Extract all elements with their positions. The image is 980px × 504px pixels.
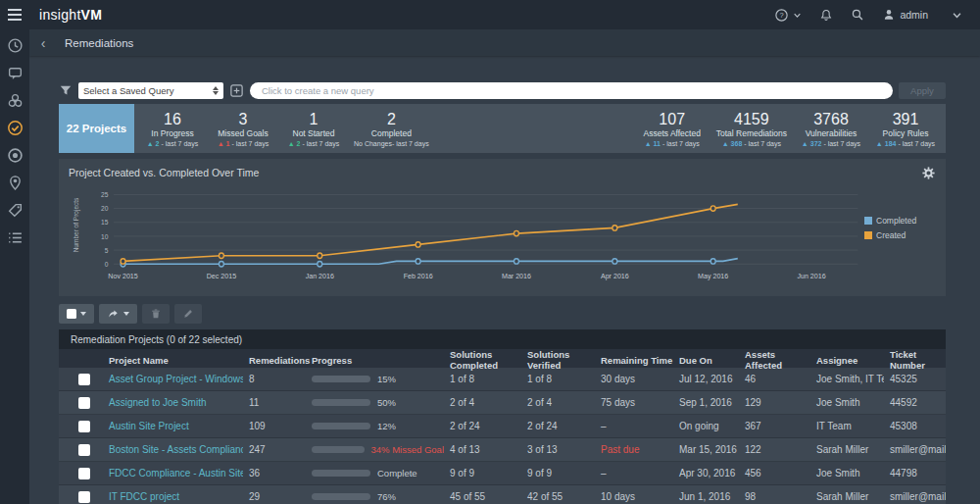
delete-button[interactable]: [142, 304, 170, 324]
share-dropdown-button[interactable]: [99, 304, 137, 324]
stat-sub: ▲ 1 - last 7 days: [218, 140, 269, 147]
target-icon[interactable]: [7, 147, 24, 164]
cell-assets-affected: 98: [739, 491, 810, 502]
chat-icon[interactable]: [7, 65, 24, 81]
cell-solutions-completed: 45 of 55: [444, 491, 521, 502]
stat-item[interactable]: 16 In Progress ▲ 2 - last 7 days: [142, 104, 203, 153]
project-name-link[interactable]: FDCC Compliance - Austin Site: [103, 468, 243, 479]
project-name-link[interactable]: Austin Site Project: [103, 421, 243, 431]
row-checkbox[interactable]: [78, 468, 90, 479]
page-title: Remediations: [65, 37, 133, 49]
clock-icon[interactable]: [7, 37, 24, 54]
legend-label: Created: [876, 230, 906, 240]
list-icon[interactable]: [7, 229, 24, 246]
select-all-dropdown-button[interactable]: [59, 304, 94, 324]
column-header[interactable]: Solutions Verified: [521, 349, 595, 371]
pin-icon[interactable]: [7, 175, 24, 191]
project-name-link[interactable]: Asset Group Project - Windows 8: [103, 374, 243, 384]
stat-item[interactable]: 107 Assets Affected ▲ 11 - last 7 days: [642, 104, 703, 153]
select-updown-icon: [213, 86, 219, 95]
pencil-icon: [182, 308, 194, 320]
stat-label: In Progress: [151, 128, 193, 138]
help-menu[interactable]: ?: [774, 8, 802, 23]
stat-label: Assets Affected: [643, 128, 700, 138]
cell-due-on: Sep 1, 2016: [673, 397, 739, 408]
cell-solutions-verified: 2 of 24: [521, 421, 595, 431]
svg-text:Apr 2016: Apr 2016: [601, 272, 629, 280]
stat-item[interactable]: 2 Completed No Changes- last 7 days: [354, 104, 429, 153]
cell-due-on: On going: [673, 421, 739, 431]
project-name-link[interactable]: Boston Site - Assets Compliance: [103, 444, 243, 455]
svg-text:20: 20: [101, 205, 108, 212]
stat-value: 391: [893, 111, 919, 127]
cell-assignee: Joe Smith, IT Team: [810, 374, 884, 384]
stat-item[interactable]: 4159 Total Remediations ▲ 368 - last 7 d…: [716, 104, 787, 153]
column-header[interactable]: Assignee: [810, 355, 884, 366]
legend-item-completed[interactable]: Completed: [864, 216, 933, 226]
chevron-down-icon: [80, 312, 86, 316]
projects-count-box[interactable]: 22 Projects: [59, 104, 134, 153]
user-menu[interactable]: admin: [882, 8, 928, 22]
svg-text:5: 5: [105, 246, 109, 253]
stat-delta: ▲ 372: [802, 140, 822, 147]
row-checkbox[interactable]: [78, 491, 90, 503]
saved-query-select[interactable]: Select a Saved Query: [78, 82, 223, 99]
row-checkbox[interactable]: [78, 397, 90, 409]
query-input[interactable]: [250, 82, 893, 99]
row-checkbox[interactable]: [78, 374, 90, 385]
add-query-button[interactable]: [229, 83, 244, 98]
cell-progress: Complete: [306, 468, 444, 479]
back-chevron-icon[interactable]: ‹: [29, 35, 57, 51]
column-header[interactable]: Solutions Completed: [444, 349, 521, 371]
column-header[interactable]: Project Name: [103, 355, 243, 366]
column-header[interactable]: Ticket Number: [884, 349, 946, 371]
stat-rest: - last 7 days: [744, 140, 781, 147]
cell-progress: 76%: [306, 491, 444, 502]
stat-label: Policy Rules: [883, 128, 929, 138]
table-row: Asset Group Project - Windows 8 8 15% 1 …: [59, 368, 946, 391]
row-checkbox[interactable]: [78, 444, 90, 456]
stat-item[interactable]: 3768 Vulnerabilities ▲ 372 - last 7 days: [801, 104, 861, 153]
username: admin: [900, 9, 928, 21]
stat-sub: ▲ 372 - last 7 days: [802, 140, 860, 147]
column-header[interactable]: Due On: [673, 355, 739, 366]
stat-delta: ▲ 368: [722, 140, 743, 147]
chart-settings-gear-icon[interactable]: [921, 166, 936, 180]
y-axis-label: Number of Projects: [69, 184, 80, 263]
column-header[interactable]: Progress: [306, 355, 444, 366]
edit-button[interactable]: [174, 304, 202, 324]
cell-progress: 12%: [306, 421, 444, 431]
remediations-check-icon[interactable]: [7, 120, 24, 136]
column-header[interactable]: Assets Affected: [739, 349, 810, 371]
progress-bar: [312, 423, 370, 429]
cell-assignee: Sarah Miller: [810, 444, 884, 455]
apply-button[interactable]: Apply: [899, 82, 946, 99]
row-checkbox[interactable]: [78, 421, 90, 432]
progress-bar: [312, 399, 370, 406]
search-icon[interactable]: [851, 8, 864, 22]
column-header[interactable]: Remediations: [243, 355, 306, 366]
project-name-link[interactable]: Assigned to Joe Smith: [103, 397, 243, 408]
menu-icon[interactable]: [0, 0, 29, 29]
cell-ticket-number: 44592: [884, 397, 946, 408]
chevron-down-icon: [123, 312, 129, 316]
stat-item[interactable]: 3 Missed Goals ▲ 1 - last 7 days: [213, 104, 273, 153]
column-header[interactable]: Remaining Time: [595, 355, 673, 366]
notifications-bell-icon[interactable]: [819, 8, 833, 23]
stat-item[interactable]: 391 Policy Rules ▲ 184 - last 7 days: [875, 104, 936, 153]
cell-assets-affected: 122: [739, 444, 810, 455]
threat-icon[interactable]: [7, 92, 24, 109]
stat-sub: ▲ 2 - last 7 days: [288, 140, 339, 147]
cell-due-on: Jul 12, 2016: [673, 374, 739, 384]
project-name-link[interactable]: IT FDCC project: [103, 491, 243, 502]
tag-icon[interactable]: [7, 202, 24, 219]
user-avatar-icon: [882, 8, 896, 22]
progress-label: Complete: [377, 468, 417, 479]
help-icon: ?: [774, 8, 789, 23]
trash-icon: [150, 308, 162, 320]
user-chevron-down-icon[interactable]: [952, 10, 962, 21]
stat-item[interactable]: 1 Not Started ▲ 2 - last 7 days: [283, 104, 344, 153]
filter-row: Select a Saved Query Apply: [59, 81, 946, 99]
chart-svg: 0510152025Nov 2015Dec 2015Jan 2016Feb 20…: [80, 184, 864, 282]
legend-item-created[interactable]: Created: [864, 230, 933, 240]
